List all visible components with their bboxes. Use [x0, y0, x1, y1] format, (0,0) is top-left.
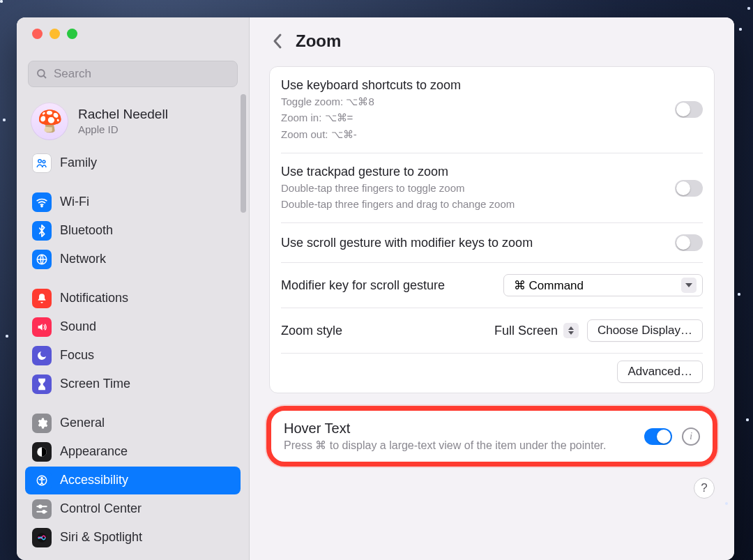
sidebar-item-notifications[interactable]: Notifications [25, 285, 241, 312]
svg-line-1 [43, 75, 46, 78]
sidebar-item-screen-time[interactable]: Screen Time [25, 370, 241, 398]
content-header: Zoom [250, 17, 734, 61]
sidebar-item-control-center[interactable]: Control Center [25, 495, 241, 523]
sidebar-nav: FamilyWi-FiBluetoothNetworkNotifications… [17, 146, 249, 560]
minimize-window-button[interactable] [50, 29, 60, 39]
bell-icon [32, 289, 52, 308]
fullscreen-window-button[interactable] [67, 29, 77, 39]
sidebar-scrollbar[interactable] [241, 94, 246, 213]
sidebar-item-label: Appearance [60, 444, 128, 459]
info-icon[interactable]: i [682, 427, 700, 446]
modifier-select[interactable]: ⌘ Command [503, 274, 703, 296]
svg-point-12 [43, 510, 45, 513]
system-settings-window: 🍄 Rachel Needell Apple ID FamilyWi-FiBlu… [17, 17, 734, 560]
svg-point-2 [38, 159, 42, 162]
sidebar-item-general[interactable]: General [25, 409, 241, 437]
sidebar-item-family[interactable]: Family [25, 149, 241, 177]
modifier-title: Modifier key for scroll gesture [281, 278, 503, 293]
sidebar-item-label: Bluetooth [60, 223, 113, 238]
profile-name: Rachel Needell [78, 107, 168, 122]
sidebar-item-focus[interactable]: Focus [25, 342, 241, 370]
sidebar-item-label: Wi-Fi [60, 195, 89, 209]
window-controls [17, 17, 249, 48]
sidebar-item-label: General [60, 416, 105, 430]
trackpad-l2: Double-tap three fingers and drag to cha… [281, 197, 675, 211]
speaker-icon [32, 317, 52, 337]
row-zoom-style: Zoom style Full Screen Choose Display… [281, 308, 703, 354]
svg-point-0 [38, 70, 45, 77]
moon-icon [32, 346, 52, 365]
kb-toggle[interactable] [675, 101, 703, 118]
chevron-down-icon [681, 278, 697, 293]
sidebar-item-label: Control Center [60, 501, 142, 516]
scroll-title: Use scroll gesture with modifier keys to… [281, 236, 675, 250]
search-field[interactable] [28, 61, 238, 87]
search-icon [36, 68, 48, 80]
sidebar-item-appearance[interactable]: Appearance [25, 438, 241, 466]
kb-l2: Zoom in: ⌥⌘= [281, 111, 675, 125]
row-trackpad-gesture: Use trackpad gesture to zoom Double-tap … [281, 153, 703, 224]
row-keyboard-shortcuts: Use keyboard shortcuts to zoom Toggle zo… [281, 67, 703, 153]
content-pane: Zoom Use keyboard shortcuts to zoom Togg… [250, 17, 734, 560]
globe-icon [32, 250, 52, 269]
gear-icon [32, 414, 52, 433]
trackpad-l1: Double-tap three fingers to toggle zoom [281, 181, 675, 195]
back-button[interactable] [269, 33, 286, 50]
svg-point-8 [41, 477, 43, 478]
sidebar-item-label: Siri & Spotlight [60, 530, 142, 545]
hover-desc: Press ⌘ to display a large-text view of … [284, 439, 634, 452]
sidebar-item-bluetooth[interactable]: Bluetooth [25, 217, 241, 245]
hover-text-card: Hover Text Press ⌘ to display a large-te… [266, 406, 717, 467]
kb-l1: Toggle zoom: ⌥⌘8 [281, 95, 675, 109]
svg-point-3 [43, 160, 45, 162]
close-window-button[interactable] [32, 29, 43, 39]
hourglass-icon [32, 374, 52, 394]
modifier-value: ⌘ Command [514, 278, 584, 293]
advanced-button[interactable]: Advanced… [617, 361, 703, 383]
svg-point-4 [41, 205, 43, 206]
sliders-icon [32, 499, 52, 519]
zoom-panel: Use keyboard shortcuts to zoom Toggle zo… [269, 66, 715, 393]
appearance-icon [32, 442, 52, 462]
choose-display-button[interactable]: Choose Display… [587, 319, 703, 342]
kb-l3: Zoom out: ⌥⌘- [281, 128, 675, 142]
row-advanced: Advanced… [281, 354, 703, 393]
hover-title: Hover Text [284, 421, 634, 437]
svg-marker-15 [568, 326, 574, 330]
svg-point-10 [39, 505, 42, 508]
scroll-toggle[interactable] [675, 234, 703, 251]
up-down-icon [563, 323, 579, 338]
sidebar-item-label: Sound [60, 319, 96, 334]
sidebar-item-siri-spotlight[interactable]: Siri & Spotlight [25, 524, 241, 552]
svg-marker-16 [568, 331, 574, 335]
trackpad-toggle[interactable] [675, 180, 703, 197]
search-input[interactable] [54, 67, 230, 81]
hover-toggle[interactable] [644, 428, 672, 445]
wifi-icon [32, 192, 52, 212]
svg-marker-14 [685, 283, 692, 287]
sidebar-item-wi-fi[interactable]: Wi-Fi [25, 188, 241, 216]
sidebar: 🍄 Rachel Needell Apple ID FamilyWi-FiBlu… [17, 17, 250, 560]
sidebar-item-label: Notifications [60, 291, 128, 305]
siri-icon [32, 528, 52, 547]
sidebar-item-label: Accessibility [60, 473, 128, 487]
sidebar-item-accessibility[interactable]: Accessibility [25, 467, 241, 494]
apple-id-row[interactable]: 🍄 Rachel Needell Apple ID [17, 93, 249, 146]
accessibility-icon [32, 471, 52, 490]
family-icon [32, 153, 52, 173]
sidebar-item-label: Screen Time [60, 377, 130, 391]
page-title: Zoom [296, 31, 341, 51]
avatar: 🍄 [31, 103, 68, 140]
trackpad-title: Use trackpad gesture to zoom [281, 165, 675, 179]
kb-title: Use keyboard shortcuts to zoom [281, 78, 675, 93]
row-modifier-key: Modifier key for scroll gesture ⌘ Comman… [281, 263, 703, 308]
style-value: Full Screen [494, 324, 558, 338]
sidebar-item-label: Network [60, 252, 106, 266]
sidebar-item-sound[interactable]: Sound [25, 313, 241, 341]
profile-sub: Apple ID [78, 123, 168, 135]
sidebar-item-label: Focus [60, 348, 94, 363]
bluetooth-icon [32, 221, 52, 241]
style-popup[interactable]: Full Screen [494, 323, 579, 338]
sidebar-item-network[interactable]: Network [25, 245, 241, 273]
help-button[interactable]: ? [694, 478, 715, 499]
